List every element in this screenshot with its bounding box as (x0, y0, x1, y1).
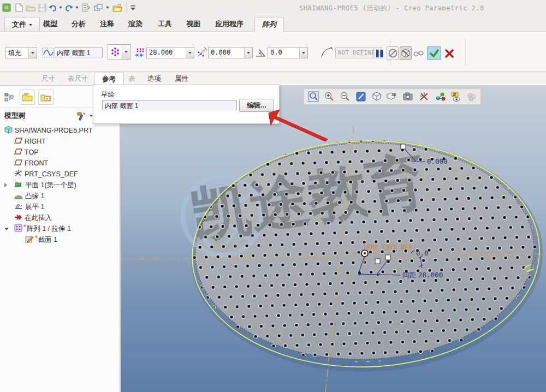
glasses-icon[interactable] (413, 46, 425, 60)
model-tree-header: 模型树 (4, 111, 26, 121)
open-file-icon[interactable] (25, 2, 36, 14)
tab-view[interactable]: 视图 (179, 17, 207, 32)
angle-combo[interactable]: 0.0 (268, 47, 308, 58)
dim-offset-value[interactable]: 0.000 (427, 157, 448, 165)
model-canvas: 凯途教育 PRT_CSYS_DEF 0.000 (121, 86, 546, 392)
capture-icon[interactable] (400, 90, 416, 104)
drag-handle-top[interactable] (401, 144, 406, 149)
folder-browser-icon[interactable] (20, 90, 35, 105)
row-spacing-icon (196, 46, 208, 58)
redo-icon[interactable] (64, 2, 74, 14)
customize-icon[interactable] (129, 2, 136, 14)
tree-row-section[interactable]: * 截面 1 (25, 234, 57, 245)
sketch-reference-field[interactable]: 内部 截面 1 (102, 100, 237, 110)
flange-feature-icon (14, 192, 23, 201)
redo-caret-icon[interactable] (74, 2, 80, 14)
preview-geometry-button[interactable] (400, 46, 412, 60)
radial-spacing-value: NOT DEFINE (336, 47, 373, 58)
subtab-references[interactable]: 参考 (94, 73, 124, 86)
save-icon[interactable] (37, 2, 47, 14)
undo-icon[interactable] (48, 2, 57, 14)
datum-display-icon[interactable] (416, 90, 432, 104)
sketch-collector-field[interactable]: 内部 截面 1 (55, 47, 103, 57)
tree-row-pattern[interactable]: * 阵列 1 / 拉伸 1 (14, 223, 71, 234)
named-views-icon[interactable]: AB (384, 90, 400, 104)
tree-row-wall[interactable]: 平面 1(第一个壁) (14, 180, 76, 191)
window-switch-caret-icon[interactable] (105, 2, 110, 14)
tab-applications[interactable]: 应用程序 (208, 17, 251, 32)
datum-plane-icon (14, 159, 22, 168)
ok-check-button[interactable] (427, 46, 441, 60)
spacing-caret[interactable] (186, 47, 194, 58)
expand-collapsed-icon[interactable] (4, 183, 7, 187)
tree-row-front[interactable]: FRONT (14, 158, 48, 169)
tab-analysis[interactable]: 分析 (64, 17, 93, 32)
render-options-icon[interactable] (464, 90, 479, 104)
modified-marker: * (23, 223, 26, 231)
spin-center-icon[interactable] (432, 90, 448, 104)
zoom-in-icon[interactable] (321, 90, 337, 104)
tree-row-right[interactable]: RIGHT (14, 136, 46, 147)
tab-pattern-active[interactable]: 阵列 (254, 17, 284, 32)
pattern-member-caret[interactable] (122, 45, 130, 59)
graphics-area[interactable]: 凯途教育 PRT_CSYS_DEF 0.000 (121, 86, 546, 392)
window-switch-icon[interactable] (93, 2, 104, 14)
pause-button[interactable] (373, 46, 385, 60)
angle-icon (254, 47, 266, 59)
repaint-icon[interactable] (353, 90, 369, 104)
tree-row-part[interactable]: SHAIWANG-PROE5.PRT (4, 125, 92, 136)
new-file-icon[interactable] (14, 2, 24, 14)
tree-view-toggle-icon[interactable] (3, 91, 16, 104)
pattern-type-combo[interactable]: 填充 (5, 47, 37, 58)
qat-separator (126, 2, 127, 13)
zoom-out-icon[interactable] (337, 90, 353, 104)
drag-handle-center-2[interactable] (385, 255, 390, 260)
undo-caret-icon[interactable] (58, 2, 63, 14)
refit-icon[interactable] (305, 90, 321, 104)
tree-row-top[interactable]: TOP (14, 147, 38, 158)
tree-row-flat[interactable]: 展平 1 (14, 201, 44, 212)
no-preview-button[interactable] (387, 46, 399, 60)
csys-icon (14, 169, 22, 179)
drag-handle-center-1[interactable] (375, 259, 380, 264)
dim-spacing[interactable]: 间距28.000 (402, 271, 443, 279)
pattern-member-button[interactable] (108, 44, 130, 60)
sketch-collector-icon (41, 46, 55, 59)
regenerate-icon[interactable] (81, 2, 91, 14)
tab-annotate[interactable]: 注释 (93, 17, 121, 32)
creo-window-icon[interactable] (2, 2, 11, 14)
cancel-x-button[interactable] (443, 46, 455, 60)
expand-expanded-icon[interactable] (4, 228, 9, 230)
pattern-type-value: 填充 (6, 47, 28, 58)
pattern-dots-icon (108, 45, 122, 59)
tree-row-flange[interactable]: 凸缘 1 (14, 191, 44, 201)
subtab-table-dimensions[interactable]: 表尺寸 (60, 73, 96, 86)
tab-render[interactable]: 渲染 (121, 17, 150, 32)
dim-angle-value[interactable]: 0.0 (416, 249, 429, 257)
tab-file[interactable]: 文件 (4, 17, 40, 32)
row-spacing-combo[interactable]: 0.000 (208, 47, 253, 58)
angle-caret[interactable] (299, 47, 307, 58)
row-spacing-value: 0.000 (209, 47, 244, 58)
spacing-combo[interactable]: 28.000 (146, 47, 194, 58)
subtab-properties[interactable]: 属性 (167, 73, 196, 86)
close-window-icon[interactable] (112, 2, 123, 14)
favorites-folder-icon[interactable] (38, 90, 54, 105)
pattern-feature-icon (14, 224, 22, 234)
tab-tools[interactable]: 工具 (151, 17, 179, 32)
tree-row-csys[interactable]: PRT_CSYS_DEF (14, 169, 78, 180)
row-spacing-caret[interactable] (244, 47, 252, 58)
subtab-options[interactable]: 选项 (140, 73, 169, 86)
subtab-dimensions[interactable]: 尺寸 (34, 73, 63, 86)
tree-settings-icon[interactable] (75, 110, 87, 122)
wall-feature-icon (14, 181, 23, 190)
display-style-icon[interactable] (369, 90, 384, 104)
csys-label: PRT_CSYS_DEF (367, 243, 412, 251)
references-panel: 草绘 内部 截面 1 编辑... (93, 85, 280, 124)
dashboard-tab-strip: 尺寸 表尺寸 参考 表 选项 属性 (0, 72, 546, 86)
annotation-display-icon[interactable] (448, 90, 464, 104)
tree-row-insert-here[interactable]: 在此插入 (14, 212, 52, 223)
pattern-type-caret[interactable] (28, 47, 37, 58)
datum-plane-icon (14, 148, 22, 157)
tab-model[interactable]: 模型 (36, 17, 64, 32)
